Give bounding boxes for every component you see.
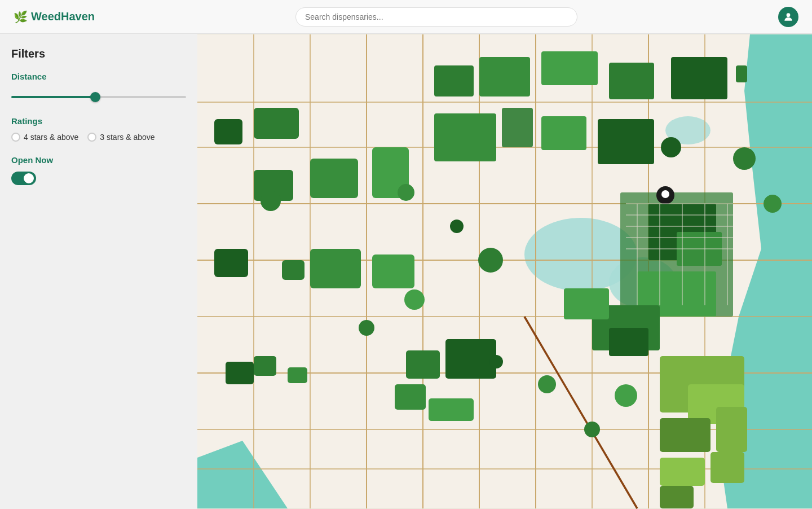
svg-rect-36 — [310, 159, 358, 198]
svg-rect-51 — [395, 384, 426, 410]
svg-point-67 — [404, 289, 425, 310]
svg-point-63 — [261, 191, 281, 211]
distance-slider-container — [11, 88, 186, 103]
svg-rect-48 — [564, 288, 609, 319]
user-avatar[interactable] — [778, 7, 798, 27]
sidebar: Filters Distance Ratings 4 stars & above… — [0, 34, 197, 509]
three-stars-radio — [87, 133, 96, 142]
svg-rect-27 — [671, 57, 727, 99]
svg-point-64 — [398, 184, 414, 201]
svg-rect-55 — [288, 367, 307, 383]
four-stars-label: 4 stars & above — [24, 133, 78, 142]
svg-rect-58 — [660, 418, 710, 452]
distance-slider[interactable] — [11, 96, 186, 98]
svg-rect-43 — [282, 260, 304, 280]
svg-rect-44 — [310, 249, 361, 288]
map-container[interactable] — [197, 34, 812, 509]
svg-rect-53 — [226, 362, 254, 384]
svg-rect-28 — [736, 65, 747, 82]
svg-rect-45 — [372, 254, 414, 288]
svg-point-68 — [359, 320, 374, 336]
svg-rect-61 — [710, 452, 744, 483]
filters-title: Filters — [11, 47, 186, 60]
svg-rect-50 — [445, 339, 496, 379]
svg-rect-59 — [716, 407, 747, 452]
svg-point-0 — [787, 13, 791, 17]
logo-text: WeedHaven — [31, 10, 95, 23]
svg-rect-24 — [479, 57, 530, 96]
ratings-filter: Ratings 4 stars & above 3 stars & above — [11, 116, 186, 142]
svg-rect-52 — [429, 398, 474, 421]
ratings-label: Ratings — [11, 116, 186, 126]
open-now-label: Open Now — [11, 155, 186, 165]
svg-point-77 — [661, 190, 669, 198]
open-now-row — [11, 172, 186, 185]
four-stars-option[interactable]: 4 stars & above — [11, 133, 78, 142]
svg-point-75 — [764, 195, 782, 213]
svg-rect-29 — [214, 119, 242, 144]
distance-filter: Distance — [11, 72, 186, 103]
search-bar — [295, 7, 577, 27]
svg-rect-26 — [609, 63, 654, 99]
svg-rect-47 — [609, 328, 648, 356]
svg-rect-62 — [660, 486, 694, 508]
svg-rect-23 — [434, 65, 474, 96]
open-now-toggle[interactable] — [11, 172, 36, 185]
svg-rect-25 — [541, 51, 598, 85]
svg-rect-42 — [214, 249, 248, 277]
svg-rect-30 — [254, 108, 299, 139]
svg-rect-31 — [434, 113, 496, 161]
main-layout: Filters Distance Ratings 4 stars & above… — [0, 34, 812, 509]
svg-rect-33 — [541, 116, 586, 150]
logo-icon: 🌿 — [14, 10, 28, 24]
svg-point-69 — [489, 355, 503, 368]
three-stars-option[interactable]: 3 stars & above — [87, 133, 155, 142]
four-stars-radio — [11, 133, 20, 142]
map — [197, 34, 812, 509]
distance-label: Distance — [11, 72, 186, 81]
svg-rect-49 — [406, 350, 440, 379]
header: 🌿 WeedHaven — [0, 0, 812, 34]
three-stars-label: 3 stars & above — [100, 133, 155, 142]
ratings-options: 4 stars & above 3 stars & above — [11, 133, 186, 142]
svg-rect-60 — [660, 458, 705, 486]
svg-rect-32 — [502, 108, 533, 147]
svg-point-70 — [538, 375, 556, 393]
svg-rect-54 — [254, 356, 276, 376]
svg-rect-34 — [598, 119, 654, 164]
svg-point-65 — [450, 220, 464, 233]
svg-point-66 — [478, 248, 503, 273]
svg-point-73 — [661, 137, 681, 157]
svg-point-72 — [615, 384, 637, 407]
svg-point-74 — [733, 147, 756, 170]
open-now-filter: Open Now — [11, 155, 186, 185]
svg-point-71 — [584, 422, 600, 437]
search-input[interactable] — [295, 7, 577, 27]
logo[interactable]: 🌿 WeedHaven — [14, 10, 95, 24]
